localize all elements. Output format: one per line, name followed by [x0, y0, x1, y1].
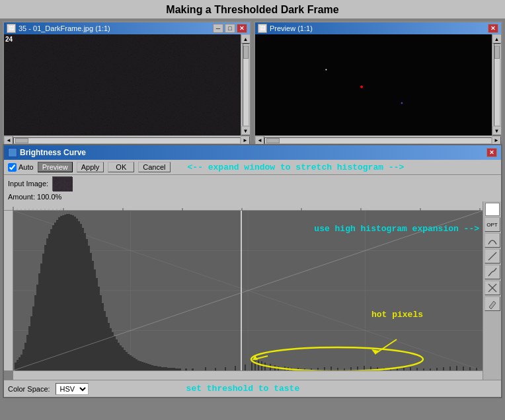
- svg-rect-48: [36, 285, 38, 370]
- histogram-main: use high histogram expansion --> hot pix…: [4, 201, 483, 380]
- svg-rect-82: [104, 311, 106, 370]
- svg-rect-118: [175, 368, 177, 370]
- preview-button[interactable]: Preview: [38, 162, 73, 172]
- svg-rect-114: [167, 368, 169, 370]
- svg-rect-64: [68, 214, 70, 370]
- svg-rect-126: [235, 366, 236, 370]
- svg-rect-89: [118, 343, 120, 370]
- cancel-button[interactable]: Cancel: [138, 162, 170, 172]
- curve-tool-1[interactable]: [485, 233, 500, 248]
- svg-rect-62: [64, 215, 66, 370]
- svg-rect-107: [153, 366, 155, 370]
- dark-frame-scroll-up[interactable]: ▲: [241, 34, 251, 44]
- svg-rect-115: [169, 368, 171, 370]
- auto-label: Auto: [19, 163, 34, 171]
- svg-rect-45: [30, 316, 32, 370]
- svg-rect-78: [96, 278, 98, 370]
- svg-rect-124: [215, 368, 216, 370]
- dark-frame-h-scrollbar[interactable]: ◄ ►: [4, 135, 250, 145]
- ok-button[interactable]: OK: [108, 162, 134, 172]
- auto-checkbox[interactable]: [8, 163, 17, 172]
- svg-rect-65: [70, 215, 72, 370]
- svg-rect-44: [28, 326, 30, 370]
- preview-image: [255, 34, 492, 135]
- dark-frame-image: 24: [4, 34, 241, 135]
- svg-rect-84: [108, 323, 110, 370]
- top-image-area: 🖼 35 - 01_DarkFrame.jpg (1:1) ─ □ ✕ 24: [0, 18, 505, 144]
- svg-rect-95: [130, 355, 132, 370]
- preview-window-icon: 🖼: [258, 24, 267, 33]
- svg-rect-102: [143, 363, 145, 370]
- svg-rect-60: [60, 216, 62, 370]
- svg-rect-159: [430, 368, 431, 370]
- svg-rect-117: [173, 368, 175, 370]
- svg-rect-121: [185, 368, 187, 370]
- svg-rect-54: [48, 234, 50, 370]
- threshold-annotation: set threshold to taste: [186, 384, 300, 394]
- svg-rect-97: [134, 358, 136, 370]
- histogram-ruler: [4, 201, 483, 211]
- svg-rect-50: [40, 263, 42, 370]
- svg-rect-70: [80, 224, 82, 370]
- apply-button[interactable]: Apply: [77, 162, 104, 172]
- dark-frame-titlebar: 🖼 35 - 01_DarkFrame.jpg (1:1) ─ □ ✕: [4, 22, 250, 34]
- input-image-row: Input Image:: [4, 175, 501, 192]
- svg-rect-2: [255, 34, 492, 135]
- opt-button[interactable]: OPT: [485, 217, 500, 232]
- svg-rect-72: [84, 233, 86, 370]
- histogram-canvas[interactable]: use high histogram expansion --> hot pix…: [13, 211, 483, 370]
- preview-close-btn[interactable]: ✕: [488, 24, 498, 33]
- svg-rect-49: [38, 273, 40, 370]
- svg-rect-113: [165, 367, 167, 370]
- dark-frame-image-main: 24 ▲: [4, 34, 250, 145]
- curve-tool-3[interactable]: [485, 265, 500, 279]
- expand-annotation: <-- expand window to stretch histogram -…: [188, 162, 405, 172]
- svg-rect-110: [159, 367, 161, 370]
- svg-rect-156: [410, 367, 411, 370]
- preview-h-scrollbar[interactable]: ◄ ►: [255, 135, 501, 145]
- preview-v-scrollbar[interactable]: ▲ ▼: [492, 34, 501, 135]
- dark-frame-scroll-down[interactable]: ▼: [241, 126, 251, 135]
- input-image-label: Input Image:: [8, 180, 48, 188]
- svg-rect-125: [225, 367, 226, 370]
- svg-rect-105: [149, 365, 151, 370]
- svg-rect-68: [76, 219, 78, 370]
- svg-rect-80: [100, 295, 102, 370]
- svg-rect-123: [205, 367, 206, 370]
- svg-rect-99: [137, 361, 139, 370]
- svg-rect-163: [456, 366, 457, 370]
- svg-rect-122: [192, 368, 194, 370]
- preview-scroll-down[interactable]: ▼: [492, 126, 502, 135]
- auto-checkbox-label[interactable]: Auto: [8, 163, 34, 172]
- svg-rect-56: [52, 225, 54, 370]
- amount-row: Amount: 100.0%: [4, 192, 501, 201]
- svg-rect-160: [436, 368, 438, 370]
- preview-window: 🖼 Preview (1:1) ✕: [254, 21, 502, 141]
- svg-rect-104: [147, 364, 149, 370]
- preview-titlebar: 🖼 Preview (1:1) ✕: [255, 22, 501, 34]
- svg-rect-81: [102, 303, 104, 370]
- svg-rect-116: [171, 368, 173, 370]
- dark-frame-maximize-btn[interactable]: □: [225, 24, 235, 33]
- svg-point-3: [360, 86, 363, 88]
- pencil-tool[interactable]: [485, 297, 500, 311]
- dark-frame-v-scrollbar[interactable]: ▲ ▼: [241, 34, 250, 135]
- svg-rect-109: [157, 367, 159, 370]
- dark-frame-close-btn[interactable]: ✕: [237, 24, 247, 33]
- svg-rect-112: [163, 367, 165, 370]
- dark-frame-minimize-btn[interactable]: ─: [213, 24, 223, 33]
- curve-tool-4[interactable]: [485, 281, 500, 295]
- color-space-select[interactable]: HSV RGB LAB: [56, 383, 89, 395]
- svg-rect-120: [179, 368, 181, 370]
- bc-title: Brightness Curve: [20, 148, 86, 157]
- svg-rect-111: [161, 367, 163, 370]
- svg-rect-46: [32, 306, 34, 370]
- svg-rect-100: [139, 361, 141, 370]
- svg-rect-96: [132, 357, 134, 370]
- curve-tool-2[interactable]: [485, 249, 500, 263]
- svg-rect-162: [449, 367, 451, 370]
- preview-scroll-up[interactable]: ▲: [492, 34, 502, 44]
- bc-close-btn[interactable]: ✕: [486, 148, 497, 157]
- svg-rect-66: [72, 215, 74, 370]
- svg-rect-67: [74, 217, 76, 370]
